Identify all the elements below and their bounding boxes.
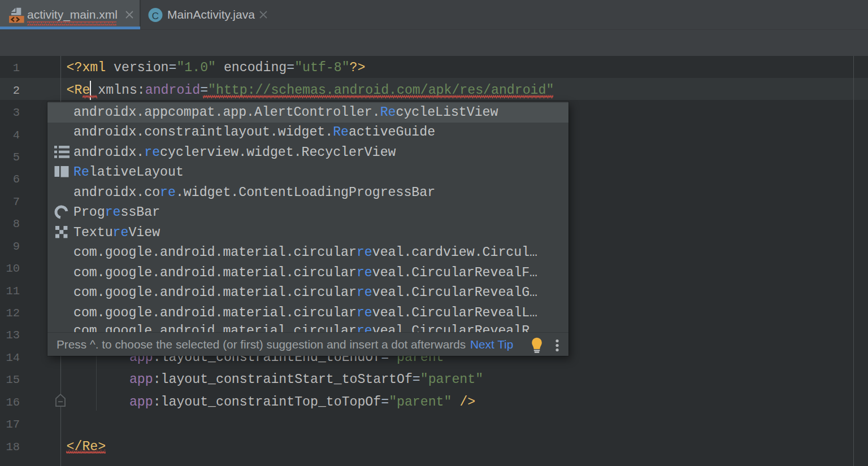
svg-text:C: C: [152, 11, 159, 21]
